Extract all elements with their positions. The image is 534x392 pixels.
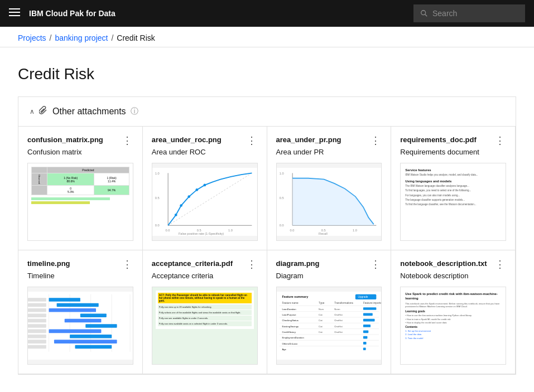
- card-5-menu-button[interactable]: ⋮: [246, 259, 258, 269]
- search-bar[interactable]: [413, 4, 525, 22]
- top-navigation: IBM Cloud Pak for Data: [0, 0, 534, 27]
- search-input[interactable]: [432, 9, 518, 18]
- svg-rect-75: [363, 313, 372, 316]
- card-1-menu-button[interactable]: ⋮: [246, 135, 258, 146]
- svg-rect-44: [49, 330, 102, 333]
- card-3-header: requirements_doc.pdf ⋮: [400, 135, 506, 146]
- svg-rect-70: [363, 307, 376, 310]
- svg-rect-85: [363, 325, 370, 327]
- card-4-preview: [27, 287, 133, 365]
- breadcrumb-separator-1: /: [50, 33, 52, 42]
- card-confusion-matrix: confusion_matrix.png ⋮ Confusion matrix …: [18, 126, 143, 250]
- svg-text:0.5: 0.5: [155, 196, 159, 200]
- svg-text:1.0: 1.0: [228, 229, 233, 233]
- svg-text:1.0: 1.0: [155, 172, 159, 175]
- svg-text:CreditHistory: CreditHistory: [282, 331, 296, 333]
- card-4-menu-button[interactable]: ⋮: [121, 259, 133, 269]
- svg-rect-49: [28, 303, 46, 307]
- breadcrumb-projects[interactable]: Projects: [18, 33, 46, 42]
- confusion-matrix-preview: Predicted Observed 1 (No Risk)88.6% 1 (R…: [28, 163, 133, 240]
- card-6-preview: Feature summary Upgrade Feature name Typ…: [276, 287, 382, 365]
- card-7-filename: notebook_description.txt: [400, 259, 487, 268]
- breadcrumb-banking-project[interactable]: banking project: [55, 33, 108, 42]
- svg-text:0.0: 0.0: [279, 224, 283, 227]
- card-2-header: area_under_pr.png ⋮: [276, 135, 382, 146]
- svg-text:ExistingSavings: ExistingSavings: [282, 325, 299, 328]
- card-0-filename: confusion_matrix.png: [27, 135, 103, 144]
- svg-rect-51: [28, 313, 46, 317]
- breadcrumb: Projects / banking project / Credit Risk: [0, 27, 534, 47]
- svg-text:1.0: 1.0: [279, 172, 283, 175]
- card-3-filename: requirements_doc.pdf: [400, 135, 477, 144]
- svg-text:0.0: 0.0: [290, 229, 294, 233]
- svg-point-3: [421, 11, 426, 15]
- card-requirements-doc: requirements_doc.pdf ⋮ Requirements docu…: [391, 126, 516, 250]
- svg-text:Feature summary: Feature summary: [282, 295, 309, 298]
- svg-rect-47: [75, 345, 112, 349]
- card-0-preview: Predicted Observed 1 (No Risk)88.6% 1 (R…: [27, 163, 133, 241]
- card-2-label: Area under PR: [276, 148, 382, 156]
- svg-text:False positive rate (1-Specifi: False positive rate (1-Specificity): [179, 232, 224, 235]
- svg-point-12: [195, 188, 198, 191]
- card-5-label: Acceptance criteria: [152, 272, 258, 280]
- svg-text:Cat: Cat: [319, 325, 323, 328]
- attach-icon: [39, 106, 48, 117]
- svg-text:Feature importance: Feature importance: [363, 302, 381, 305]
- svg-point-9: [175, 214, 177, 216]
- card-3-label: Requirements document: [400, 148, 506, 156]
- card-2-preview: 0.0 0.5 1.0 0.0 0.5 1.0 Recall: [276, 163, 382, 241]
- card-notebook-description: notebook_description.txt ⋮ Notebook desc…: [391, 250, 516, 374]
- svg-rect-45: [70, 335, 112, 338]
- section-title: Other attachments: [52, 107, 126, 117]
- card-area-under-pr: area_under_pr.png ⋮ Area under PR 0.0: [267, 126, 392, 250]
- search-icon: [420, 9, 428, 18]
- card-5-filename: acceptance_criteria.pdf: [152, 259, 233, 268]
- hamburger-menu-icon[interactable]: [9, 7, 20, 21]
- svg-text:EmploymentDuration: EmploymentDuration: [282, 336, 304, 339]
- section-header: ∧ Other attachments ⓘ: [18, 97, 516, 127]
- card-4-header: timeline.png ⋮: [27, 259, 133, 269]
- card-7-menu-button[interactable]: ⋮: [494, 259, 506, 269]
- card-1-header: area_under_roc.png ⋮: [152, 135, 258, 146]
- breadcrumb-separator-2: /: [111, 33, 113, 42]
- svg-rect-52: [28, 319, 46, 323]
- svg-rect-41: [80, 313, 107, 317]
- card-3-menu-button[interactable]: ⋮: [494, 135, 506, 146]
- svg-text:Age: Age: [282, 348, 286, 351]
- card-diagram: diagram.png ⋮ Diagram Feature summary Up…: [267, 250, 392, 374]
- svg-text:Type: Type: [319, 302, 325, 305]
- svg-text:Cat: Cat: [319, 319, 323, 322]
- svg-rect-43: [85, 324, 117, 328]
- card-area-under-roc: area_under_roc.png ⋮ Area under ROC: [142, 126, 267, 250]
- card-4-filename: timeline.png: [27, 259, 70, 268]
- svg-rect-1: [9, 12, 20, 13]
- timeline-chart: [28, 287, 133, 364]
- info-icon[interactable]: ⓘ: [131, 107, 138, 117]
- svg-text:0.0: 0.0: [165, 229, 170, 233]
- svg-text:0.5: 0.5: [279, 196, 283, 200]
- roc-chart: 0.0 0.5 1.0 0.0 0.5 1.0 False positive r…: [152, 163, 257, 240]
- card-3-preview: Service features IBM Watson Studio helps…: [400, 163, 506, 241]
- svg-rect-56: [28, 340, 46, 343]
- section-toggle-icon[interactable]: ∧: [30, 108, 35, 115]
- svg-text:LoanDuration: LoanDuration: [282, 308, 296, 311]
- card-7-preview: Use Spark to predict credit risk with ib…: [400, 287, 506, 365]
- page-title: Credit Risk: [18, 65, 516, 83]
- svg-text:Cat: Cat: [319, 313, 323, 316]
- card-7-label: Notebook description: [400, 272, 506, 280]
- svg-text:Feature name: Feature name: [282, 302, 299, 305]
- card-7-header: notebook_description.txt ⋮: [400, 259, 506, 269]
- svg-rect-80: [363, 319, 374, 322]
- card-2-filename: area_under_pr.png: [276, 135, 341, 144]
- svg-rect-93: [363, 336, 367, 339]
- card-2-menu-button[interactable]: ⋮: [369, 135, 382, 146]
- card-6-menu-button[interactable]: ⋮: [369, 259, 382, 269]
- cards-grid: confusion_matrix.png ⋮ Confusion matrix …: [18, 127, 516, 374]
- svg-rect-38: [49, 298, 80, 302]
- svg-point-10: [180, 204, 182, 207]
- svg-rect-53: [28, 324, 46, 328]
- card-0-menu-button[interactable]: ⋮: [121, 135, 133, 146]
- card-6-label: Diagram: [276, 272, 382, 280]
- svg-text:OneHot: OneHot: [334, 325, 343, 328]
- card-0-header: confusion_matrix.png ⋮: [27, 135, 133, 146]
